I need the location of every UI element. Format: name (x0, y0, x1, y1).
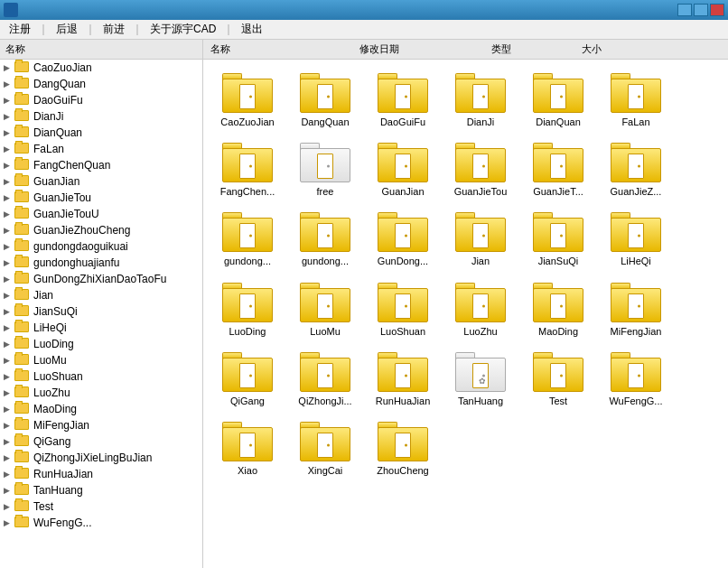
tree-item[interactable]: ▶ LuoMu (0, 352, 202, 368)
file-item[interactable]: GuanJieTou (443, 136, 518, 202)
file-item[interactable]: Jian (443, 206, 518, 272)
tree-item[interactable]: ▶ TanHuang (0, 482, 202, 498)
tree-item[interactable]: ▶ Test (0, 498, 202, 515)
tree-item[interactable]: ▶ LuoZhu (0, 385, 202, 401)
folder-icon (14, 256, 31, 269)
tree-item[interactable]: ▶ JianSuQi (0, 303, 202, 320)
tree-item-label: DianJi (33, 110, 63, 123)
folder-icon (14, 94, 31, 107)
folder-icon (14, 305, 31, 318)
tree-item[interactable]: ▶ Jian (0, 287, 202, 303)
tree-item[interactable]: ▶ WuFengG... (0, 515, 202, 531)
file-label: GuanJian (381, 186, 424, 198)
folder-large-icon (611, 210, 661, 252)
tree-item[interactable]: ▶ LiHeQi (0, 320, 202, 336)
col-type[interactable]: 类型 (447, 40, 555, 59)
file-item[interactable]: QiZhongJi... (288, 346, 362, 412)
file-item[interactable]: GuanJieZ... (599, 136, 673, 202)
tree-item[interactable]: ▶ DianJi (0, 108, 202, 125)
tree-item[interactable]: ▶ GuanJian (0, 173, 202, 190)
tree-item[interactable]: ▶ GunDongZhiXianDaoTaoFu (0, 271, 202, 287)
file-grid[interactable]: CaoZuoJian DangQuan DaoGuiFu DianJi Dian… (203, 60, 728, 568)
folder-icon (14, 78, 31, 90)
col-size[interactable]: 大小 (555, 40, 628, 59)
file-item[interactable]: JianSuQi (521, 206, 595, 272)
menu-about[interactable]: 关于源宇CAD (145, 20, 221, 39)
file-item[interactable]: DianJi (443, 67, 518, 133)
file-item[interactable]: MaoDing (521, 276, 595, 342)
file-item[interactable]: DangQuan (288, 67, 362, 133)
col-name[interactable]: 名称 (203, 40, 312, 59)
tree-item[interactable]: ▶ CaoZuoJian (0, 60, 202, 76)
file-item[interactable]: WuFengG... (599, 346, 673, 412)
tree-arrow-icon: ▶ (4, 405, 14, 414)
file-item[interactable]: QiGang (210, 346, 285, 412)
tree-container[interactable]: ▶ CaoZuoJian ▶ DangQuan ▶ DaoGuiFu ▶ Dia… (0, 60, 202, 568)
left-col-name[interactable]: 名称 (0, 40, 31, 59)
tree-arrow-icon: ▶ (4, 421, 14, 430)
file-item[interactable]: ZhouCheng (366, 415, 440, 481)
tree-item[interactable]: ▶ DangQuan (0, 76, 202, 92)
tree-item[interactable]: ▶ GuanJieTouU (0, 206, 202, 222)
file-item[interactable]: ✿ TanHuang (443, 346, 518, 412)
tree-item[interactable]: ▶ DaoGuiFu (0, 92, 202, 108)
menu-exit[interactable]: 退出 (236, 20, 268, 39)
folder-large-icon (611, 141, 661, 182)
tree-item[interactable]: ▶ GuanJieTou (0, 190, 202, 206)
file-item[interactable]: LuoZhu (443, 276, 518, 342)
file-item[interactable]: LiHeQi (599, 206, 673, 272)
tree-item-label: Test (33, 500, 53, 513)
menu-back[interactable]: 后退 (51, 20, 83, 39)
file-item[interactable]: DaoGuiFu (366, 67, 440, 133)
file-item[interactable]: XingCai (288, 415, 362, 481)
menu-register[interactable]: 注册 (4, 20, 36, 39)
file-item[interactable]: Xiao (210, 415, 285, 481)
file-item[interactable]: RunHuaJian (366, 346, 440, 412)
file-label: DangQuan (301, 116, 349, 128)
tree-item[interactable]: ▶ MaoDing (0, 401, 202, 417)
minimize-button[interactable] (677, 4, 692, 16)
tree-item[interactable]: ▶ DianQuan (0, 125, 202, 141)
file-item[interactable]: MiFengJian (599, 276, 673, 342)
file-item[interactable]: gundong... (288, 206, 362, 272)
menu-forward[interactable]: 前进 (98, 20, 130, 39)
tree-item[interactable]: ▶ QiZhongJiXieLingBuJian (0, 450, 202, 466)
file-label: Jian (471, 256, 490, 267)
file-item[interactable]: GunDong... (366, 206, 440, 272)
tree-item[interactable]: ▶ gundonghuajianfu (0, 255, 202, 271)
tree-item[interactable]: ▶ QiGang (0, 433, 202, 450)
tree-item[interactable]: ▶ MiFengJian (0, 417, 202, 433)
tree-item[interactable]: ▶ FaLan (0, 141, 202, 157)
tree-item[interactable]: ▶ RunHuaJian (0, 466, 202, 482)
folder-large-icon (378, 141, 428, 182)
file-item[interactable]: FangChen... (210, 136, 285, 202)
close-button[interactable] (710, 4, 724, 16)
folder-icon (14, 517, 31, 529)
tree-item-label: gundonghuajianfu (33, 256, 119, 269)
folder-icon (14, 452, 31, 464)
file-item[interactable]: LuoShuan (366, 276, 440, 342)
file-item[interactable]: LuoMu (288, 276, 362, 342)
col-date[interactable]: 修改日期 (312, 40, 447, 59)
file-item[interactable]: GuanJieT... (521, 136, 595, 202)
folder-icon (14, 273, 31, 285)
file-item[interactable]: DianQuan (521, 67, 595, 133)
tree-item[interactable]: ▶ FangChenQuan (0, 157, 202, 173)
tree-item[interactable]: ▶ LuoDing (0, 336, 202, 352)
tree-item[interactable]: ▶ GuanJieZhouCheng (0, 222, 202, 238)
maximize-button[interactable] (694, 4, 708, 16)
tree-item[interactable]: ▶ gundongdaoguikuai (0, 238, 202, 255)
tree-item[interactable]: ▶ LuoShuan (0, 368, 202, 385)
file-item[interactable]: free (288, 136, 362, 202)
tree-item-label: GuanJieTou (33, 191, 91, 204)
file-item[interactable]: gundong... (210, 206, 285, 272)
folder-icon (14, 143, 31, 155)
file-label: MiFengJian (611, 326, 662, 338)
file-item[interactable]: LuoDing (210, 276, 285, 342)
file-item[interactable]: CaoZuoJian (210, 67, 285, 133)
file-item[interactable]: Test (521, 346, 595, 412)
folder-large-icon (378, 210, 428, 252)
file-item[interactable]: FaLan (599, 67, 673, 133)
file-item[interactable]: GuanJian (366, 136, 440, 202)
tree-arrow-icon: ▶ (4, 340, 14, 349)
